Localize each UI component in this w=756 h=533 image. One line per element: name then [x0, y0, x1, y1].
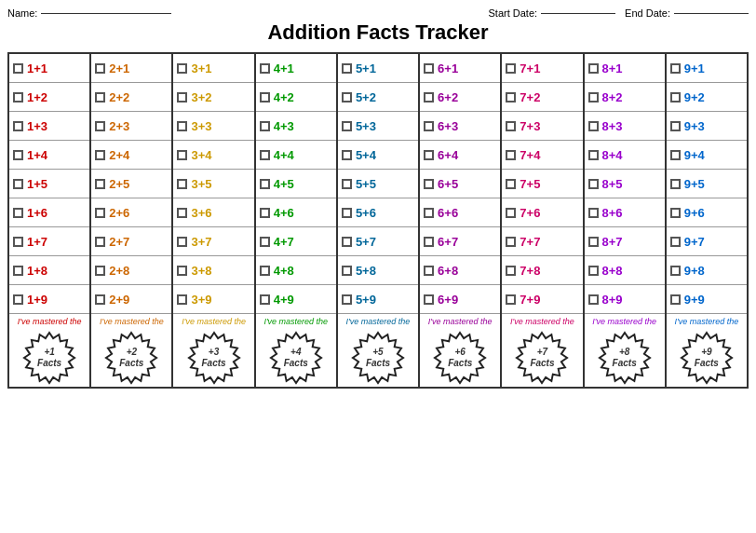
fact-checkbox[interactable]	[670, 237, 681, 247]
fact-checkbox[interactable]	[506, 121, 516, 131]
fact-checkbox[interactable]	[177, 92, 187, 102]
fact-row: 8+7	[585, 227, 665, 256]
fact-checkbox[interactable]	[588, 237, 599, 247]
fact-label: 9+4	[684, 148, 705, 162]
fact-checkbox[interactable]	[506, 237, 516, 247]
fact-checkbox[interactable]	[342, 237, 352, 247]
fact-checkbox[interactable]	[95, 208, 105, 218]
fact-checkbox[interactable]	[177, 294, 187, 305]
fact-checkbox[interactable]	[506, 92, 516, 102]
fact-checkbox[interactable]	[177, 121, 187, 131]
fact-checkbox[interactable]	[13, 63, 23, 74]
fact-checkbox[interactable]	[670, 294, 681, 305]
column-9: 9+19+29+39+49+59+69+79+89+9I've mastered…	[667, 54, 749, 389]
fact-row: 4+5	[256, 170, 336, 198]
fact-checkbox[interactable]	[506, 266, 516, 276]
fact-row: 8+1	[585, 54, 665, 83]
fact-checkbox[interactable]	[95, 92, 105, 102]
fact-checkbox[interactable]	[506, 208, 516, 218]
fact-checkbox[interactable]	[95, 63, 105, 74]
fact-checkbox[interactable]	[342, 121, 352, 131]
fact-label: 5+3	[356, 119, 376, 133]
fact-checkbox[interactable]	[177, 208, 187, 218]
fact-checkbox[interactable]	[424, 63, 434, 74]
fact-checkbox[interactable]	[670, 92, 681, 102]
fact-checkbox[interactable]	[260, 294, 270, 305]
fact-checkbox[interactable]	[588, 121, 599, 131]
fact-checkbox[interactable]	[424, 208, 434, 218]
fact-checkbox[interactable]	[670, 208, 681, 218]
fact-checkbox[interactable]	[13, 92, 23, 102]
fact-checkbox[interactable]	[177, 179, 187, 189]
fact-checkbox[interactable]	[588, 63, 599, 74]
fact-checkbox[interactable]	[424, 150, 434, 160]
fact-checkbox[interactable]	[260, 179, 270, 189]
fact-row: 7+7	[502, 227, 582, 256]
fact-checkbox[interactable]	[506, 150, 516, 160]
fact-checkbox[interactable]	[424, 294, 434, 305]
fact-checkbox[interactable]	[13, 266, 23, 276]
fact-checkbox[interactable]	[260, 92, 270, 102]
fact-checkbox[interactable]	[588, 92, 599, 102]
fact-checkbox[interactable]	[260, 121, 270, 131]
fact-checkbox[interactable]	[177, 63, 187, 74]
fact-checkbox[interactable]	[342, 179, 352, 189]
mastery-badge: +2 Facts	[104, 331, 158, 385]
fact-row: 9+9	[667, 285, 747, 314]
fact-checkbox[interactable]	[670, 266, 681, 276]
fact-checkbox[interactable]	[95, 294, 105, 305]
fact-checkbox[interactable]	[13, 294, 23, 305]
fact-label: 1+1	[27, 62, 47, 75]
fact-checkbox[interactable]	[13, 121, 23, 131]
fact-checkbox[interactable]	[13, 208, 23, 218]
fact-checkbox[interactable]	[95, 237, 105, 247]
fact-checkbox[interactable]	[95, 266, 105, 276]
fact-checkbox[interactable]	[588, 208, 599, 218]
fact-checkbox[interactable]	[260, 266, 270, 276]
fact-label: 6+3	[438, 119, 458, 133]
fact-checkbox[interactable]	[670, 121, 681, 131]
fact-checkbox[interactable]	[424, 92, 434, 102]
fact-checkbox[interactable]	[670, 63, 681, 74]
fact-checkbox[interactable]	[13, 179, 23, 189]
fact-checkbox[interactable]	[342, 92, 352, 102]
fact-checkbox[interactable]	[424, 179, 434, 189]
fact-checkbox[interactable]	[260, 208, 270, 218]
fact-checkbox[interactable]	[588, 179, 599, 189]
fact-checkbox[interactable]	[260, 63, 270, 74]
fact-checkbox[interactable]	[670, 150, 681, 160]
fact-label: 3+4	[191, 148, 211, 162]
fact-checkbox[interactable]	[506, 294, 516, 305]
fact-checkbox[interactable]	[342, 150, 352, 160]
fact-label: 3+8	[191, 264, 211, 278]
page-title: Addition Facts Tracker	[7, 20, 749, 45]
fact-label: 3+3	[191, 119, 211, 133]
fact-checkbox[interactable]	[424, 237, 434, 247]
fact-checkbox[interactable]	[177, 266, 187, 276]
fact-checkbox[interactable]	[342, 294, 352, 305]
fact-label: 6+4	[438, 148, 458, 162]
fact-checkbox[interactable]	[260, 237, 270, 247]
fact-checkbox[interactable]	[13, 237, 23, 247]
fact-checkbox[interactable]	[342, 63, 352, 74]
fact-checkbox[interactable]	[588, 266, 599, 276]
fact-checkbox[interactable]	[177, 150, 187, 160]
fact-row: 1+1	[9, 54, 89, 83]
fact-checkbox[interactable]	[260, 150, 270, 160]
fact-checkbox[interactable]	[177, 237, 187, 247]
fact-checkbox[interactable]	[342, 266, 352, 276]
fact-checkbox[interactable]	[670, 179, 681, 189]
fact-checkbox[interactable]	[588, 294, 599, 305]
fact-checkbox[interactable]	[13, 150, 23, 160]
fact-checkbox[interactable]	[506, 179, 516, 189]
fact-checkbox[interactable]	[95, 179, 105, 189]
fact-checkbox[interactable]	[424, 266, 434, 276]
fact-row: 5+1	[338, 54, 418, 83]
fact-checkbox[interactable]	[342, 208, 352, 218]
fact-checkbox[interactable]	[95, 150, 105, 160]
fact-checkbox[interactable]	[588, 150, 599, 160]
fact-row: 4+6	[256, 198, 336, 227]
fact-checkbox[interactable]	[95, 121, 105, 131]
fact-checkbox[interactable]	[506, 63, 516, 74]
fact-checkbox[interactable]	[424, 121, 434, 131]
